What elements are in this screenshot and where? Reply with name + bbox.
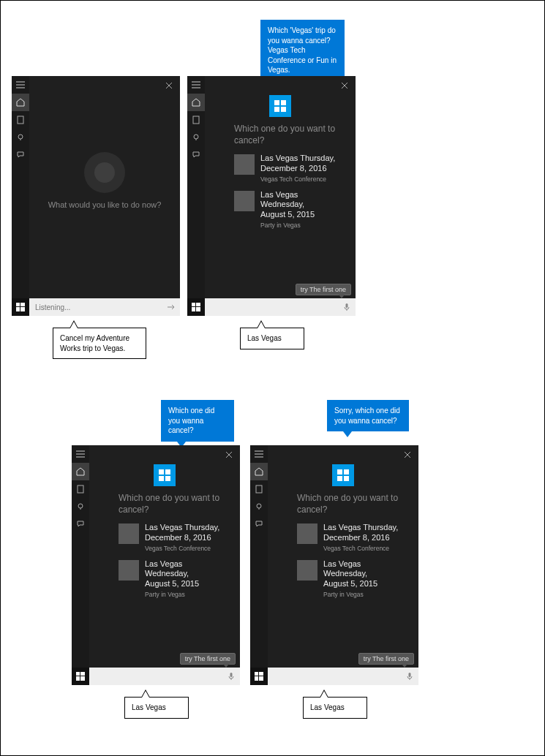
trip-date: August 5, 2015 xyxy=(323,579,405,589)
search-input[interactable] xyxy=(89,668,222,685)
question-text: Which one do you want to cancel? xyxy=(234,123,342,146)
sidebar xyxy=(187,76,205,316)
trip-thumbnail xyxy=(119,523,139,544)
trip-option[interactable]: Las Vegas Thursday, December 8, 2016 Veg… xyxy=(234,154,342,183)
svg-rect-31 xyxy=(344,469,349,475)
trip-option[interactable]: Las Vegas Wednesday, August 5, 2015 Part… xyxy=(297,559,405,598)
cortana-panel-2: Which one do you want to cancel? Las Veg… xyxy=(187,76,356,316)
user-speech-bubble: Las Vegas xyxy=(303,697,367,719)
svg-point-18 xyxy=(78,504,83,508)
app-tile-icon xyxy=(269,95,291,117)
search-input[interactable] xyxy=(29,298,162,316)
home-icon[interactable] xyxy=(187,94,205,111)
svg-rect-2 xyxy=(16,303,20,306)
svg-point-29 xyxy=(257,504,261,508)
svg-rect-5 xyxy=(20,307,25,311)
svg-rect-11 xyxy=(281,107,286,112)
hint-chip[interactable]: try The first one xyxy=(358,653,414,665)
feedback-icon[interactable] xyxy=(12,146,29,164)
svg-rect-14 xyxy=(192,307,195,311)
svg-rect-10 xyxy=(274,107,279,112)
mic-icon[interactable] xyxy=(222,668,240,685)
bulb-icon[interactable] xyxy=(250,498,268,515)
trip-date: December 8, 2016 xyxy=(323,533,398,543)
feedback-icon[interactable] xyxy=(250,515,268,533)
mic-icon[interactable] xyxy=(338,298,356,316)
trip-option[interactable]: Las Vegas Wednesday, August 5, 2015 Part… xyxy=(234,190,342,229)
hint-chip[interactable]: try The first one xyxy=(180,653,236,665)
bulb-icon[interactable] xyxy=(12,129,29,146)
trip-title: Las Vegas Thursday, xyxy=(323,523,398,533)
notebook-icon[interactable] xyxy=(250,480,268,498)
hamburger-icon[interactable] xyxy=(187,76,205,94)
bulb-icon[interactable] xyxy=(187,129,205,146)
notebook-icon[interactable] xyxy=(72,480,89,498)
question-text: Which one do you want to cancel? xyxy=(119,492,227,515)
svg-rect-38 xyxy=(409,673,411,677)
notebook-icon[interactable] xyxy=(12,111,29,129)
svg-rect-37 xyxy=(259,676,263,681)
home-icon[interactable] xyxy=(250,463,268,480)
user-speech-bubble: Cancel my Adventure Works trip to Vegas. xyxy=(53,328,146,359)
trip-option[interactable]: Las Vegas Thursday, December 8, 2016 Veg… xyxy=(119,523,227,552)
svg-rect-0 xyxy=(18,116,23,124)
trip-title: Las Vegas Wednesday, xyxy=(145,559,227,580)
start-button[interactable] xyxy=(12,298,29,316)
svg-rect-16 xyxy=(346,303,348,308)
sidebar xyxy=(72,445,89,685)
cortana-avatar xyxy=(84,152,125,193)
cortana-panel-3: Which one do you want to cancel? Las Veg… xyxy=(72,445,240,685)
svg-point-7 xyxy=(194,135,198,139)
submit-arrow-icon[interactable] xyxy=(162,298,180,316)
svg-rect-12 xyxy=(192,303,195,306)
svg-rect-13 xyxy=(196,303,200,306)
bulb-icon[interactable] xyxy=(72,498,89,515)
hint-chip[interactable]: try The first one xyxy=(296,284,351,295)
svg-rect-22 xyxy=(165,476,170,481)
cortana-tts-bubble: Which 'Vegas' trip do you wanna cancel? … xyxy=(260,20,345,81)
trip-thumbnail xyxy=(297,560,317,581)
svg-rect-8 xyxy=(274,100,279,105)
user-speech-bubble: Las Vegas xyxy=(124,697,189,719)
trip-date: August 5, 2015 xyxy=(145,579,227,589)
feedback-icon[interactable] xyxy=(72,515,89,533)
home-icon[interactable] xyxy=(72,463,89,480)
trip-date: August 5, 2015 xyxy=(260,210,342,220)
sidebar xyxy=(250,445,268,685)
svg-rect-26 xyxy=(80,676,85,681)
start-button[interactable] xyxy=(250,668,268,685)
sidebar xyxy=(12,76,29,316)
app-tile-icon xyxy=(332,464,354,486)
svg-rect-34 xyxy=(255,672,258,676)
trip-date: December 8, 2016 xyxy=(260,164,335,174)
svg-rect-35 xyxy=(259,672,263,676)
svg-rect-21 xyxy=(159,476,164,481)
cortana-tts-bubble: Which one did you wanna cancel? xyxy=(161,400,234,442)
trip-option[interactable]: Las Vegas Thursday, December 8, 2016 Veg… xyxy=(297,523,405,552)
svg-rect-15 xyxy=(196,307,200,311)
start-button[interactable] xyxy=(72,668,89,685)
hamburger-icon[interactable] xyxy=(12,76,29,94)
trip-option[interactable]: Las Vegas Wednesday, August 5, 2015 Part… xyxy=(119,559,227,598)
trip-subtitle: Vegas Tech Conference xyxy=(145,545,219,552)
home-icon[interactable] xyxy=(12,94,29,111)
svg-point-1 xyxy=(18,135,23,139)
svg-rect-33 xyxy=(344,476,349,481)
mic-icon[interactable] xyxy=(401,668,418,685)
search-input[interactable] xyxy=(205,298,338,316)
app-tile-icon xyxy=(154,464,176,486)
svg-rect-30 xyxy=(337,469,342,475)
svg-rect-4 xyxy=(16,307,20,311)
svg-rect-20 xyxy=(165,469,170,475)
user-speech-bubble: Las Vegas xyxy=(240,328,304,349)
trip-thumbnail xyxy=(234,191,255,211)
svg-rect-36 xyxy=(255,676,258,681)
search-input[interactable] xyxy=(268,668,401,685)
feedback-icon[interactable] xyxy=(187,146,205,164)
hamburger-icon[interactable] xyxy=(72,445,89,463)
cortana-prompt: What would you like to do now? xyxy=(29,200,180,209)
svg-rect-9 xyxy=(281,100,286,105)
hamburger-icon[interactable] xyxy=(250,445,268,463)
start-button[interactable] xyxy=(187,298,205,316)
notebook-icon[interactable] xyxy=(187,111,205,129)
